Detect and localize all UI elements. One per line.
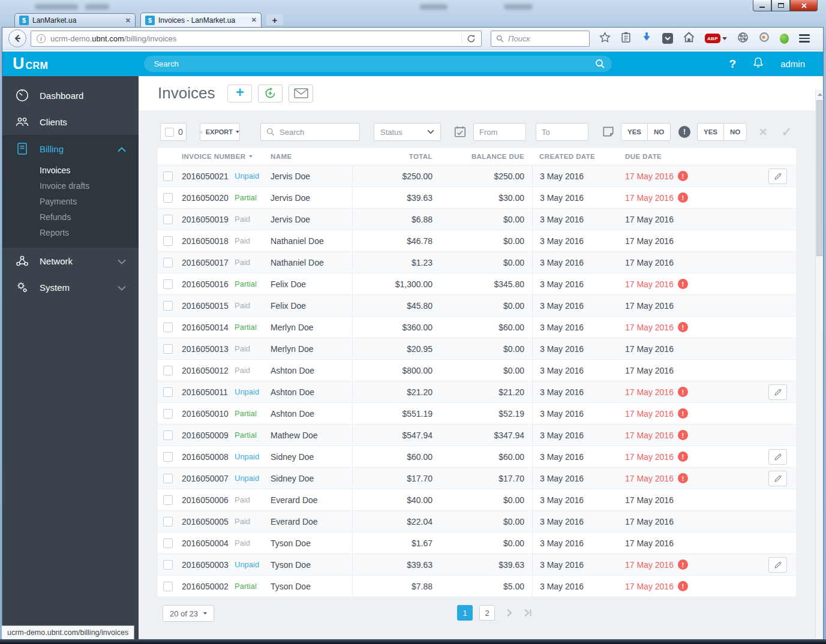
row-checkbox[interactable] [163, 387, 173, 397]
window-maximize-button[interactable] [771, 0, 790, 11]
header-name[interactable]: NAME [271, 153, 352, 160]
invoice-number[interactable]: 2016050017 [182, 258, 235, 267]
table-row[interactable]: 2016050015 Paid Felix Doe $45.80 $0.00 3… [158, 294, 796, 316]
invoice-number[interactable]: 2016050006 [182, 495, 235, 505]
overdue-no-button[interactable]: NO [647, 124, 670, 140]
row-checkbox[interactable] [163, 560, 173, 570]
table-row[interactable]: 2016050011 Unpaid Ashton Doe $21.20 $21.… [158, 381, 796, 402]
sidebar-item-reports[interactable]: Reports [2, 225, 139, 240]
table-row[interactable]: 2016050016 Partial Felix Doe $1,300.00 $… [158, 273, 796, 294]
sidebar-item-billing[interactable]: Billing [2, 135, 139, 162]
window-minimize-button[interactable] [753, 0, 771, 11]
help-button[interactable]: ? [729, 58, 737, 71]
client-name[interactable]: Felix Doe [271, 301, 352, 311]
next-page-icon[interactable] [506, 609, 512, 617]
client-name[interactable]: Nathaniel Doe [271, 258, 352, 267]
proforma-yes-button[interactable]: YES [698, 124, 723, 140]
page-2-button[interactable]: 2 [479, 605, 495, 621]
invoice-number[interactable]: 2016050003 [182, 560, 235, 570]
client-name[interactable]: Tyson Doe [271, 582, 352, 591]
table-row[interactable]: 2016050014 Partial Merlyn Doe $360.00 $6… [158, 316, 796, 338]
home-icon[interactable] [683, 32, 695, 45]
row-checkbox[interactable] [163, 452, 173, 462]
tab-lanmarket[interactable]: $ LanMarket.ua ✕ [14, 13, 136, 27]
table-row[interactable]: 2016050006 Paid Everard Doe $40.00 $0.00… [158, 489, 796, 510]
new-tab-button[interactable]: + [266, 14, 283, 25]
pocket-icon[interactable] [662, 33, 673, 44]
client-name[interactable]: Ashton Doe [271, 409, 352, 419]
sidebar-item-dashboard[interactable]: Dashboard [2, 82, 139, 109]
privacy-eye-icon[interactable] [759, 32, 770, 45]
calendar-filter-icon[interactable] [453, 125, 467, 141]
client-name[interactable]: Ashton Doe [271, 387, 352, 397]
client-name[interactable]: Sidney Doe [271, 474, 352, 483]
client-name[interactable]: Ashton Doe [271, 366, 352, 375]
table-row[interactable]: 2016050019 Paid Jervis Doe $6.88 $0.00 3… [158, 208, 796, 230]
invoice-number[interactable]: 2016050012 [182, 366, 235, 375]
overdue-yes-button[interactable]: YES [621, 124, 647, 140]
row-checkbox[interactable] [163, 582, 173, 591]
ucrm-logo[interactable]: U CRM [2, 55, 48, 73]
invoice-number[interactable]: 2016050004 [182, 538, 235, 548]
menu-icon[interactable] [799, 34, 810, 43]
invoice-number[interactable]: 2016050021 [182, 171, 235, 181]
row-checkbox[interactable] [163, 323, 173, 332]
tab-close-icon[interactable]: ✕ [125, 17, 131, 25]
window-close-button[interactable] [790, 0, 818, 11]
edit-invoice-button[interactable] [768, 449, 787, 465]
sidebar-item-network[interactable]: Network [2, 248, 139, 274]
reading-list-icon[interactable] [621, 32, 631, 46]
tab-close-icon[interactable]: ✕ [251, 16, 257, 24]
row-checkbox[interactable] [163, 431, 173, 440]
row-checkbox[interactable] [163, 409, 173, 419]
table-row[interactable]: 2016050013 Paid Merlyn Doe $20.95 $0.00 … [158, 338, 796, 359]
recurring-invoices-button[interactable] [258, 85, 283, 103]
table-row[interactable]: 2016050003 Unpaid Tyson Doe $39.63 $39.6… [158, 553, 796, 575]
client-name[interactable]: Sidney Doe [271, 452, 352, 462]
site-info-icon[interactable]: i [37, 34, 46, 43]
select-all-checkbox[interactable] [165, 128, 174, 137]
table-row[interactable]: 2016050012 Paid Ashton Doe $800.00 $0.00… [158, 359, 796, 381]
invoice-number[interactable]: 2016050014 [182, 323, 235, 332]
status-green-icon[interactable] [780, 34, 789, 44]
invoice-number[interactable]: 2016050016 [182, 279, 235, 289]
client-name[interactable]: Merlyn Doe [271, 344, 352, 354]
table-row[interactable]: 2016050008 Unpaid Sidney Doe $60.00 $60.… [158, 446, 796, 467]
table-row[interactable]: 2016050017 Paid Nathaniel Doe $1.23 $0.0… [158, 251, 796, 273]
header-invoice-number[interactable]: INVOICE NUMBER [182, 153, 271, 160]
invoice-number[interactable]: 2016050013 [182, 344, 235, 354]
invoice-number[interactable]: 2016050009 [182, 431, 235, 440]
scrollbar-thumb[interactable] [816, 100, 822, 256]
add-invoice-button[interactable]: + [227, 85, 252, 103]
page-size-select[interactable]: 20 of 23 [163, 605, 214, 622]
client-name[interactable]: Felix Doe [271, 279, 352, 289]
bookmark-star-icon[interactable] [599, 32, 611, 46]
scrollbar-up-arrow[interactable] [818, 93, 822, 96]
export-button[interactable]: EXPORT [200, 123, 240, 141]
row-checkbox[interactable] [163, 366, 173, 375]
invoice-number[interactable]: 2016050005 [182, 517, 235, 526]
table-row[interactable]: 2016050021 Unpaid Jervis Doe $250.00 $25… [158, 165, 796, 186]
window-titlebar[interactable] [0, 0, 826, 13]
row-checkbox[interactable] [163, 344, 173, 354]
edit-invoice-button[interactable] [768, 384, 787, 400]
client-name[interactable]: Jervis Doe [271, 215, 352, 224]
proforma-no-button[interactable]: NO [723, 124, 746, 140]
invoice-number[interactable]: 2016050019 [182, 215, 235, 224]
client-name[interactable]: Mathew Doe [271, 431, 352, 440]
sidebar-item-refunds[interactable]: Refunds [2, 209, 139, 225]
sidebar-item-system[interactable]: System [2, 274, 139, 300]
user-menu[interactable]: admin [780, 59, 805, 69]
client-name[interactable]: Tyson Doe [271, 560, 352, 570]
table-row[interactable]: 2016050009 Partial Mathew Doe $547.94 $3… [158, 424, 796, 446]
table-row[interactable]: 2016050007 Unpaid Sidney Doe $17.70 $17.… [158, 467, 796, 489]
edit-invoice-button[interactable] [768, 557, 787, 573]
edit-invoice-button[interactable] [768, 168, 787, 184]
client-name[interactable]: Merlyn Doe [271, 323, 352, 332]
sidebar-item-invoices[interactable]: Invoices [2, 162, 139, 178]
notifications-bell-icon[interactable] [752, 56, 764, 71]
sidebar-item-clients[interactable]: Clients [2, 109, 139, 135]
date-to-input[interactable]: To [536, 123, 588, 141]
table-search-input[interactable]: Search [260, 123, 360, 141]
select-all-control[interactable]: 0 [160, 123, 187, 141]
